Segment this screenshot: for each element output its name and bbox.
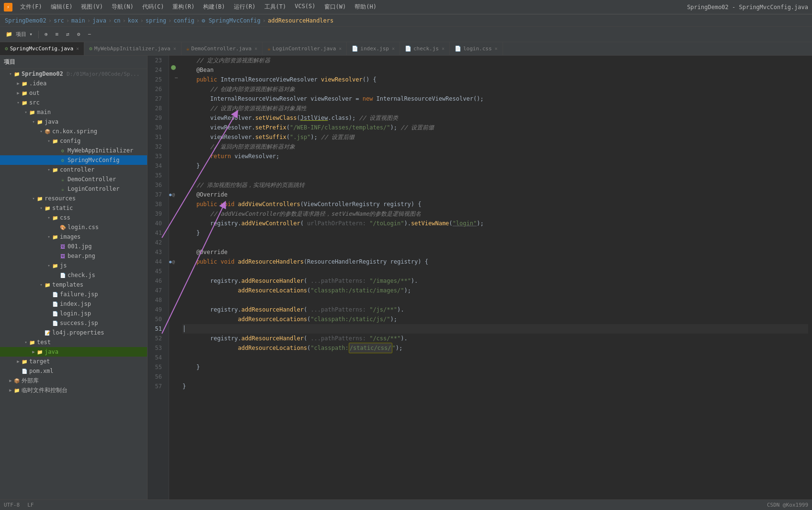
toolbar-btn-minus[interactable]: − [85, 30, 94, 38]
line-num-53: 53 [148, 343, 165, 353]
code-line-30: viewResolver.setPrefix("/WEB-INF/classes… [183, 123, 808, 132]
tree-item-failurejsp[interactable]: 📄 failure.jsp [0, 290, 147, 299]
tab-close-btn[interactable]: × [392, 46, 395, 51]
tab-checkjs[interactable]: 📄 check.js × [400, 42, 450, 55]
tree-item-testjava[interactable]: ▶ 📁 java [0, 347, 147, 357]
tree-item-loginjsp[interactable]: 📄 login.jsp [0, 309, 147, 318]
line-num-35: 35 [148, 171, 165, 180]
line-num-43: 43 [148, 247, 165, 257]
menu-item[interactable]: 运行(R) [230, 2, 260, 12]
tab-logincss[interactable]: 📄 login.css × [450, 42, 503, 55]
menu-item[interactable]: 构建(B) [199, 2, 229, 12]
tree-item-resources[interactable]: ▾ 📁 resources [0, 194, 147, 203]
gutter-marker-38: ● @ [169, 190, 177, 199]
breadcrumb-item[interactable]: config [173, 17, 194, 24]
tree-item-successjsp[interactable]: 📄 success.jsp [0, 318, 147, 328]
menu-item[interactable]: 帮助(H) [351, 2, 380, 12]
tab-close-btn[interactable]: × [254, 46, 257, 51]
tab-democontroller[interactable]: ☕ DemoController.java × [182, 42, 263, 55]
tree-item-css[interactable]: ▾ 📁 css [0, 213, 147, 222]
line-num-42: 42 [148, 238, 165, 247]
main-layout: 项目 ▾ 📁 SpringDemo02 D:/01Major/00Code/Sp… [0, 56, 812, 510]
menu-item[interactable]: VCS(S) [291, 2, 319, 12]
tree-item-checkjs[interactable]: 📄 check.js [0, 270, 147, 280]
tree-item-src[interactable]: ▾ 📁 src [0, 98, 147, 107]
tab-springmvcconfig[interactable]: ⚙ SpringMvcConfig.java × [0, 42, 84, 55]
project-btn[interactable]: 📁 项目 ▾ [3, 30, 35, 39]
breadcrumb-item[interactable]: SpringDemo02 [5, 17, 46, 24]
menu-item[interactable]: 代码(C) [138, 2, 168, 12]
breadcrumb-item[interactable]: src [54, 17, 64, 24]
line-num-36: 36 [148, 180, 165, 190]
code-line-32: // 返回内部资源视图解析器对象 [183, 142, 808, 151]
breadcrumb-item[interactable]: addResourceHandlers [268, 17, 333, 24]
tree-item-templates[interactable]: ▾ 📁 templates [0, 280, 147, 290]
tree-item-pom[interactable]: 📄 pom.xml [0, 366, 147, 376]
line-num-45: 45 [148, 267, 165, 276]
code-editor[interactable]: 23 24 25 26 27 28 29 30 31 32 33 34 35 3… [148, 56, 812, 510]
tree-item-cnkox[interactable]: ▾ 📦 cn.kox.spring [0, 127, 147, 136]
breadcrumb-item[interactable]: java [92, 17, 106, 24]
tab-close-btn[interactable]: × [76, 46, 79, 51]
folder-icon: 📁 [21, 99, 28, 106]
breadcrumb-item[interactable]: cn [114, 17, 120, 24]
code-line-35 [183, 171, 808, 180]
tab-indexjsp[interactable]: 📄 index.jsp × [347, 42, 400, 55]
breadcrumb-item[interactable]: kox [128, 17, 138, 24]
toolbar-btn-3[interactable]: ⇄ [63, 30, 72, 38]
tree-item-images[interactable]: ▾ 📁 images [0, 232, 147, 242]
line-num-27: 27 [148, 94, 165, 104]
tree-item-target[interactable]: ▶ 📁 target [0, 357, 147, 366]
tree-item-controller[interactable]: ▾ 📁 controller [0, 165, 147, 174]
menu-item[interactable]: 导航(N) [108, 2, 137, 12]
menu-item[interactable]: 编辑(E) [47, 2, 77, 12]
tree-item-main[interactable]: ▾ 📁 main [0, 107, 147, 117]
line-num-46: 46 [148, 276, 165, 286]
tree-item-democontroller[interactable]: ☕ DemoController [0, 174, 147, 184]
folder-icon: 📁 [44, 281, 51, 288]
menu-item[interactable]: 视图(V) [77, 2, 107, 12]
tab-logincontroller[interactable]: ☕ LoginController.java × [263, 42, 347, 55]
tree-item-springmvc[interactable]: ⚙ SpringMvcConfig [0, 155, 147, 165]
code-content[interactable]: // 定义内部资源视图解析器 @Bean public InternalReso… [179, 56, 812, 510]
menu-item[interactable]: 窗口(W) [320, 2, 350, 12]
tree-item-external[interactable]: ▶ 📦 外部库 [0, 376, 147, 385]
tree-item-springdemo[interactable]: ▾ 📁 SpringDemo02 D:/01Major/00Code/Sp... [0, 69, 147, 79]
tab-close-btn[interactable]: × [173, 46, 176, 51]
tab-close-btn[interactable]: × [495, 46, 498, 51]
tab-mywebapp[interactable]: ⚙ MyWebAppInitializer.java × [84, 42, 182, 55]
code-line-51: │ [183, 324, 808, 334]
tree-item-test[interactable]: ▾ 📁 test [0, 337, 147, 347]
tree-item-img001[interactable]: 🖼 001.jpg [0, 242, 147, 251]
fold-marker-25[interactable]: – [175, 75, 178, 80]
breadcrumb-item[interactable]: main [71, 17, 85, 24]
menu-item[interactable]: 工具(T) [261, 2, 290, 12]
tree-item-logincontroller[interactable]: ☕ LoginController [0, 184, 147, 194]
tree-item-out[interactable]: ▶ 📁 out [0, 88, 147, 98]
tree-item-scratch[interactable]: ▶ 📁 临时文件和控制台 [0, 385, 147, 395]
tree-item-js[interactable]: ▾ 📁 js [0, 261, 147, 270]
tree-item-indexjsp[interactable]: 📄 index.jsp [0, 299, 147, 309]
folder-icon: 📁 [52, 166, 58, 173]
tree-item-imgbear[interactable]: 🖼 bear.png [0, 251, 147, 261]
code-line-49: registry.addResourceHandler( ...pathPatt… [183, 305, 808, 314]
toolbar-btn-2[interactable]: ≡ [53, 30, 62, 38]
tree-item-lo4j[interactable]: 📝 lo4j.properties [0, 328, 147, 337]
menu-item[interactable]: 重构(R) [169, 2, 198, 12]
tree-item-mywebapp[interactable]: ⚙ MyWebAppInitializer [0, 146, 147, 155]
menu-item[interactable]: 文件(F) [16, 2, 46, 12]
tab-close-btn[interactable]: × [442, 46, 445, 51]
breadcrumb-item[interactable]: spring [146, 17, 166, 24]
tree-item-static[interactable]: ▾ 📁 static [0, 203, 147, 213]
breadcrumb-item[interactable]: ⚙ SpringMvcConfig [202, 17, 261, 24]
toolbar-btn-settings[interactable]: ⚙ [74, 30, 83, 38]
tree-item-config[interactable]: ▾ 📁 config [0, 136, 147, 146]
tree-item-idea[interactable]: ▶ 📁 .idea [0, 79, 147, 88]
tab-close-btn[interactable]: × [339, 46, 342, 51]
code-line-37: @Override [183, 190, 808, 199]
toolbar-btn-1[interactable]: ⊕ [42, 30, 51, 38]
spring-icon: ⚙ [59, 157, 66, 163]
tree-item-java[interactable]: ▾ 📁 java [0, 117, 147, 127]
tree-item-logincss[interactable]: 🎨 login.css [0, 222, 147, 232]
menu-bar[interactable]: 文件(F)编辑(E)视图(V)导航(N)代码(C)重构(R)构建(B)运行(R)… [16, 2, 380, 12]
